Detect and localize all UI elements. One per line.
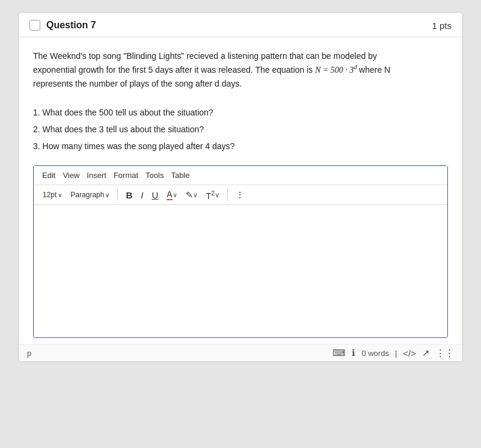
font-size-selector[interactable]: 12pt ∨ — [40, 189, 65, 200]
question-text: The Weeknd's top song "Blinding Lights" … — [33, 49, 448, 91]
question-title: Question 7 — [29, 20, 96, 31]
underline-button[interactable]: U — [149, 189, 161, 201]
bold-button[interactable]: B — [123, 189, 135, 201]
menu-edit[interactable]: Edit — [40, 170, 58, 181]
body-line2: exponential growth for the first 5 days … — [33, 65, 313, 75]
menu-format[interactable]: Format — [111, 170, 141, 181]
math-equation: N = 500 · 3d — [315, 66, 359, 75]
paragraph-chevron: ∨ — [105, 192, 109, 198]
expand-icon[interactable]: ↗ — [422, 348, 430, 358]
status-bar: p ⌨ ℹ 0 words | </> ↗ ⋮⋮ — [19, 344, 462, 361]
highlight-chevron: ∨ — [193, 191, 198, 199]
keyboard-icon[interactable]: ⌨ — [332, 348, 346, 358]
editor-container: Edit View Insert Format Tools Table 12pt… — [33, 165, 448, 339]
word-count: 0 words — [361, 349, 389, 358]
info-icon[interactable]: ℹ — [352, 348, 355, 358]
toolbar-sep-1 — [117, 189, 118, 201]
toolbar-sep-2 — [227, 189, 228, 201]
italic-button[interactable]: I — [138, 189, 146, 201]
sub-question-3: 3. How many times was the song played af… — [33, 138, 448, 155]
menu-insert[interactable]: Insert — [84, 170, 109, 181]
menu-table[interactable]: Table — [168, 170, 192, 181]
sub-question-2: 2. What does the 3 tell us about the sit… — [33, 121, 448, 138]
checkbox-icon[interactable] — [29, 20, 40, 31]
superscript-chevron: ∨ — [215, 191, 219, 199]
menu-bar: Edit View Insert Format Tools Table — [34, 166, 447, 185]
question-card: Question 7 1 pts The Weeknd's top song "… — [18, 12, 463, 362]
font-size-chevron: ∨ — [58, 192, 62, 198]
body-line3: where N — [359, 65, 390, 75]
body-line1: The Weeknd's top song "Blinding Lights" … — [33, 51, 377, 61]
superscript-button[interactable]: T2 ∨ — [203, 188, 222, 202]
menu-view[interactable]: View — [60, 170, 82, 181]
question-body: The Weeknd's top song "Blinding Lights" … — [19, 37, 462, 344]
sub-question-1: 1. What does the 500 tell us about the s… — [33, 104, 448, 121]
highlight-button[interactable]: ✎ ∨ — [183, 189, 201, 201]
question-title-text: Question 7 — [46, 20, 96, 31]
body-line4: represents the number of plays of the so… — [33, 79, 242, 88]
sub-questions: 1. What does the 500 tell us about the s… — [33, 104, 448, 155]
more-button[interactable]: ⋮ — [233, 189, 247, 201]
paragraph-selector[interactable]: Paragraph ∨ — [67, 189, 112, 200]
font-color-chevron: ∨ — [173, 191, 177, 199]
editor-toolbar: 12pt ∨ Paragraph ∨ B I U A — [34, 185, 447, 206]
more-options-icon[interactable]: ⋮⋮ — [436, 348, 454, 358]
question-header: Question 7 1 pts — [19, 13, 462, 37]
editor-text-area[interactable] — [34, 205, 447, 337]
tag-indicator: p — [27, 349, 31, 358]
pts-label: 1 pts — [432, 20, 452, 31]
divider-1: | — [395, 349, 397, 358]
menu-tools[interactable]: Tools — [143, 170, 166, 181]
code-view-icon[interactable]: </> — [403, 348, 416, 358]
font-color-button[interactable]: A ∨ — [164, 188, 180, 201]
status-right: ⌨ ℹ 0 words | </> ↗ ⋮⋮ — [332, 348, 454, 358]
